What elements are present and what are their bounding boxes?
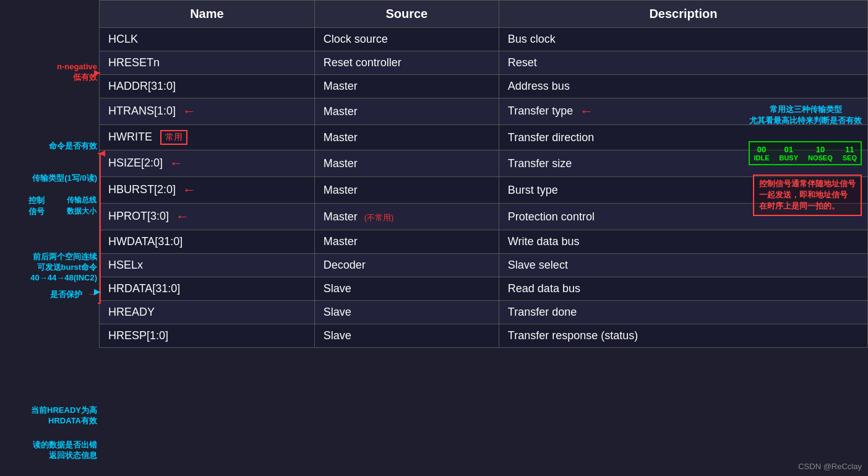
annotation-hready: 当前HREADY为高HRDATA有效 <box>1 395 97 426</box>
htrans-val-01: 01 <box>779 145 798 154</box>
annotation-control-note: 控制信号通常伴随地址信号一起发送，即和地址信号在时序上是同一拍的。 <box>753 175 862 216</box>
cell-desc: Transfer response (status) <box>499 324 867 348</box>
annotation-read-error: 读的数据是否出错返回状态信息 <box>1 430 97 461</box>
table-area: Name Source Description HCLK Clock sourc… <box>99 0 868 476</box>
cell-source: Master <box>314 230 499 254</box>
table-row: HRDATA[31:0] Slave Read data bus <box>100 277 868 301</box>
htrans-label-idle: IDLE <box>754 154 769 162</box>
annotation-common-types: 常用这三种传输类型尤其看最高比特来判断是否有效 <box>749 104 862 126</box>
annotation-continuous: 前后两个空间连续可发送burst命令40→44→48(INC2) <box>1 241 97 283</box>
cell-source: Clock source <box>314 28 499 51</box>
annotation-command-valid: 命令是否有效 <box>1 141 97 152</box>
table-row: HSELx Decoder Slave select <box>100 254 868 277</box>
cell-source: Slave <box>314 324 499 348</box>
cell-desc: Slave select <box>499 254 867 277</box>
cell-name: HRDATA[31:0] <box>100 277 315 301</box>
annotation-transfer-bus: 传输总线 <box>46 196 97 206</box>
table-row: HADDR[31:0] Master Address bus <box>100 75 868 98</box>
cell-source: Decoder <box>314 254 499 277</box>
arrow-hprot: ← <box>176 209 189 225</box>
htrans-val-10: 10 <box>808 145 833 154</box>
cell-source: Master <box>314 150 499 177</box>
arrow-hsize: ← <box>170 155 183 171</box>
table-row: HRESETn Reset controller Reset <box>100 51 868 75</box>
annotation-signal: 信号 <box>1 207 45 217</box>
page-container: n-negative低有效 命令是否有效 传输类型(1写/0读) 控制 传输总线… <box>0 0 868 476</box>
htrans-val-00: 00 <box>754 145 769 154</box>
cell-name: HPROT[3:0] ← <box>100 204 315 230</box>
cell-source: Master (不常用) <box>314 204 499 230</box>
cell-name: HRESETn <box>100 51 315 75</box>
annotation-protection: 是否保护 → <box>1 288 97 301</box>
not-common-label: (不常用) <box>364 213 394 222</box>
htrans-value-box: 00 IDLE 01 BUSY 10 NOSEQ 11 SEQ <box>749 141 862 165</box>
cell-name: HWDATA[31:0] <box>100 230 315 254</box>
cell-name: HREADY <box>100 301 315 324</box>
left-annotations: n-negative低有效 命令是否有效 传输类型(1写/0读) 控制 传输总线… <box>0 0 99 476</box>
cell-source: Master <box>314 75 499 98</box>
table-row: HREADY Slave Transfer done <box>100 301 868 324</box>
watermark: CSDN @ReCclay <box>798 462 862 471</box>
cell-name: HADDR[31:0] <box>100 75 315 98</box>
main-table: Name Source Description HCLK Clock sourc… <box>99 0 868 348</box>
cell-source: Reset controller <box>314 51 499 75</box>
cell-name: HTRANS[1:0] ← <box>100 98 315 125</box>
cell-name: HBURST[2:0] ← <box>100 177 315 204</box>
cell-name: HWRITE 常用 <box>100 125 315 150</box>
cell-source: Master <box>314 125 499 150</box>
cell-desc: Bus clock <box>499 28 867 51</box>
htrans-label-seq: SEQ <box>843 154 857 162</box>
cell-desc: Reset <box>499 51 867 75</box>
header-name: Name <box>100 1 315 28</box>
cell-source: Slave <box>314 277 499 301</box>
annotation-control: 控制 <box>1 196 45 206</box>
cell-desc: Transfer done <box>499 301 867 324</box>
arrow-hburst: ← <box>183 182 196 198</box>
cell-name: HSELx <box>100 254 315 277</box>
table-row: HWDATA[31:0] Master Write data bus <box>100 230 868 254</box>
cell-name: HRESP[1:0] <box>100 324 315 348</box>
header-source: Source <box>314 1 499 28</box>
annotation-data-size: 数据大小 <box>46 207 97 217</box>
cell-source: Master <box>314 177 499 204</box>
cell-source: Slave <box>314 301 499 324</box>
cell-name: HCLK <box>100 28 315 51</box>
arrow-transfer-type: ← <box>580 103 593 119</box>
cell-desc: Address bus <box>499 75 867 98</box>
annotation-transfer-type: 传输类型(1写/0读) <box>1 173 97 184</box>
header-description: Description <box>499 1 867 28</box>
table-row: HCLK Clock source Bus clock <box>100 28 868 51</box>
htrans-val-11: 11 <box>843 145 857 154</box>
htrans-label-noseq: NOSEQ <box>808 154 833 162</box>
annotation-n-negative: n-negative低有效 <box>1 62 97 83</box>
cell-desc: Write data bus <box>499 230 867 254</box>
common-tag: 常用 <box>160 130 187 145</box>
cell-desc: Read data bus <box>499 277 867 301</box>
htrans-label-busy: BUSY <box>779 154 798 162</box>
table-row: HRESP[1:0] Slave Transfer response (stat… <box>100 324 868 348</box>
cell-source: Master <box>314 98 499 125</box>
cell-name: HSIZE[2:0] ← <box>100 150 315 177</box>
arrow-htrans: ← <box>183 103 196 119</box>
